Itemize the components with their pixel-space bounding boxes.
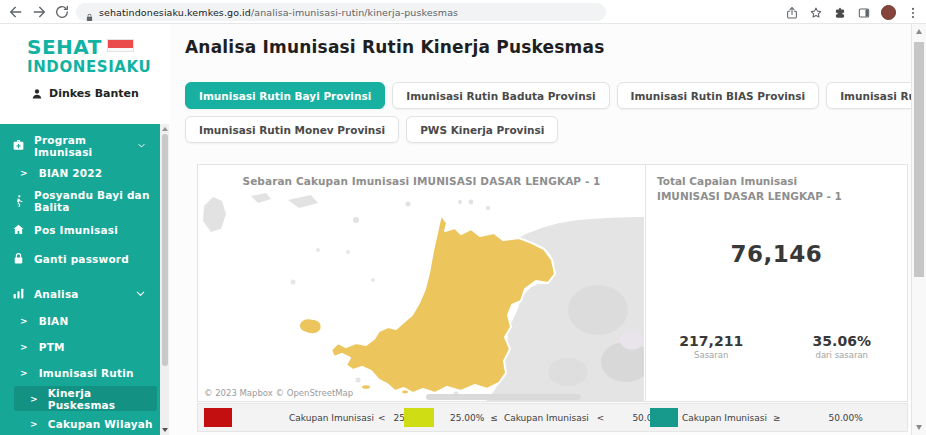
legend-label: Cakupan Imunisasi	[289, 413, 374, 423]
map-islet	[458, 200, 462, 204]
sidebar-item-cakupan-wilayah[interactable]: > Cakupan Wilayah	[14, 411, 157, 435]
chevron-right-icon: >	[20, 342, 28, 352]
region-banten-islet	[362, 385, 370, 389]
map-panel[interactable]: Sebaran Cakupan Imunisasi IMUNISASI DASA…	[198, 165, 646, 401]
stats-header: Total Capaian Imunisasi IMUNISASI DASAR …	[646, 165, 907, 204]
chevron-right-icon: >	[30, 394, 38, 404]
chevron-right-icon: >	[20, 368, 28, 378]
legend-value: 50.00%	[829, 413, 863, 423]
browser-window: sehatindonesiaku.kemkes.go.id/analisa-im…	[0, 0, 926, 435]
app-logo: SEHAT INDONESIAKU	[27, 37, 170, 76]
page-scrollbar-thumb[interactable]	[914, 42, 924, 277]
map-islet	[291, 280, 296, 285]
logo-line2: INDONESIAKU	[27, 58, 170, 76]
home-icon	[12, 223, 25, 236]
tab-imunisasi-rutin-baduta-provinsi[interactable]: Imunisasi Rutin Baduta Provinsi	[392, 82, 609, 109]
map-urban-patch	[620, 330, 644, 350]
tab-imunisasi-rutin-bias-provinsi[interactable]: Imunisasi Rutin BIAS Provinsi	[617, 82, 820, 109]
forward-icon[interactable]	[31, 4, 47, 20]
sidebar-item-program-imunisasi[interactable]: Program Imunisasi	[0, 131, 160, 160]
tab-pws-kinerja-provinsi[interactable]: PWS Kinerja Provinsi	[406, 116, 558, 143]
sidebar-item-ptm[interactable]: > PTM	[0, 334, 160, 360]
profile-avatar[interactable]	[881, 5, 896, 20]
bar-chart-icon	[12, 287, 25, 300]
menu-kebab-icon[interactable]	[906, 5, 920, 19]
page-title: Analisa Imunisasi Rutin Kinerja Puskesma…	[185, 37, 605, 57]
sidebar-scrollbar[interactable]	[160, 124, 169, 435]
sidebar-item-label: Ganti password	[34, 253, 129, 265]
stats-panel: Total Capaian Imunisasi IMUNISASI DASAR …	[646, 165, 907, 401]
legend-swatch-red	[204, 408, 232, 427]
scroll-up-arrow[interactable]	[162, 127, 168, 131]
share-icon[interactable]	[785, 5, 799, 19]
dashboard-card: Sebaran Cakupan Imunisasi IMUNISASI DASA…	[197, 164, 908, 402]
chevron-right-icon: >	[20, 168, 28, 178]
stats-columns: 217,211 Sasaran 35.06% dari sasaran	[646, 333, 907, 360]
map-islet	[356, 378, 361, 383]
sidebar-item-label: Posyandu Bayi dan Balita	[34, 189, 160, 213]
map-title: Sebaran Cakupan Imunisasi IMUNISASI DASA…	[198, 175, 645, 187]
sidebar-item-bian-2022[interactable]: > BIAN 2022	[0, 160, 160, 186]
logo-line1: SEHAT	[27, 37, 102, 57]
legend-operator: <	[378, 413, 386, 423]
map-islet	[316, 248, 320, 252]
percent-value: 35.06%	[777, 333, 908, 349]
tab-imunisasi-rutin-monev-provinsi[interactable]: Imunisasi Rutin Monev Provinsi	[185, 116, 399, 143]
legend-swatch-teal	[650, 408, 678, 427]
page-scrollbar[interactable]	[911, 24, 926, 435]
map-islet	[353, 217, 359, 223]
region-banten-islet	[402, 391, 408, 394]
sidebar-item-bian[interactable]: > BIAN	[0, 308, 160, 334]
scroll-down-arrow[interactable]	[162, 428, 168, 432]
sidebar-item-posyandu[interactable]: Posyandu Bayi dan Balita	[0, 186, 160, 215]
medical-briefcase-icon	[12, 139, 25, 152]
legend-swatch-yellow	[404, 408, 434, 427]
map-islet	[406, 202, 411, 207]
sidebar-item-analisa[interactable]: Analisa	[0, 279, 160, 308]
sidebar-item-ganti-password[interactable]: Ganti password	[0, 244, 160, 273]
user-label: Dinkes Banten	[49, 87, 139, 100]
sidebar-item-label: Pos Imunisasi	[34, 224, 118, 236]
tab-imunisasi-rutin-bayi-provinsi[interactable]: Imunisasi Rutin Bayi Provinsi	[185, 82, 385, 109]
user-icon	[31, 88, 43, 100]
main-content: Analisa Imunisasi Rutin Kinerja Puskesma…	[169, 24, 911, 435]
sidebar-scrollbar-thumb[interactable]	[162, 134, 168, 366]
percent-label: dari sasaran	[777, 350, 908, 360]
map-legend: Cakupan Imunisasi < 25.00% 25.00% ≤ Caku…	[197, 403, 908, 432]
bookmark-star-icon[interactable]	[809, 5, 823, 19]
scroll-up-arrow[interactable]	[916, 29, 922, 34]
sasaran-label: Sasaran	[646, 350, 777, 360]
extensions-puzzle-icon[interactable]	[833, 5, 847, 19]
sidebar-item-kinerja-puskesmas[interactable]: > Kinerja Puskesmas	[14, 386, 157, 411]
map-terrain-patch	[548, 358, 588, 386]
choropleth-map[interactable]	[198, 190, 644, 401]
map-islet	[371, 278, 375, 282]
back-icon[interactable]	[8, 4, 24, 20]
percent-stat: 35.06% dari sasaran	[777, 333, 908, 360]
legend-value-low: 25.00%	[450, 413, 484, 423]
legend-item-low: Cakupan Imunisasi < 25.00%	[204, 404, 428, 431]
horizontal-scrollbar-thumb[interactable]	[426, 394, 581, 400]
sidebar-item-label: Analisa	[34, 288, 79, 300]
legend-operator: ≥	[773, 413, 781, 423]
sidebar-item-label: Cakupan Wilayah	[48, 418, 153, 430]
sidebar-item-label: BIAN	[39, 315, 69, 327]
sidebar-item-label: BIAN 2022	[39, 167, 103, 179]
sidebar-item-imunisasi-rutin[interactable]: > Imunisasi Rutin	[0, 360, 160, 386]
map-islet	[469, 200, 474, 205]
reload-icon[interactable]	[54, 4, 70, 20]
total-capaian-value: 76,146	[646, 241, 907, 267]
scroll-down-arrow[interactable]	[916, 425, 922, 430]
url-domain: sehatindonesiaku.kemkes.go.id	[99, 7, 251, 18]
user-account[interactable]: Dinkes Banten	[0, 87, 170, 100]
side-panel-icon[interactable]	[857, 5, 871, 19]
sidebar-item-pos-imunisasi[interactable]: Pos Imunisasi	[0, 215, 160, 244]
map-terrain-patch	[568, 285, 628, 335]
walking-person-icon	[12, 194, 25, 207]
legend-label: Cakupan Imunisasi	[504, 413, 589, 423]
address-bar[interactable]: sehatindonesiaku.kemkes.go.id/analisa-im…	[76, 3, 606, 21]
map-attribution: © 2023 Mapbox © OpenStreetMap	[204, 388, 353, 398]
region-banten-island[interactable]	[299, 319, 321, 334]
legend-label: Cakupan Imunisasi	[682, 413, 767, 423]
url-text: sehatindonesiaku.kemkes.go.id/analisa-im…	[99, 7, 458, 18]
